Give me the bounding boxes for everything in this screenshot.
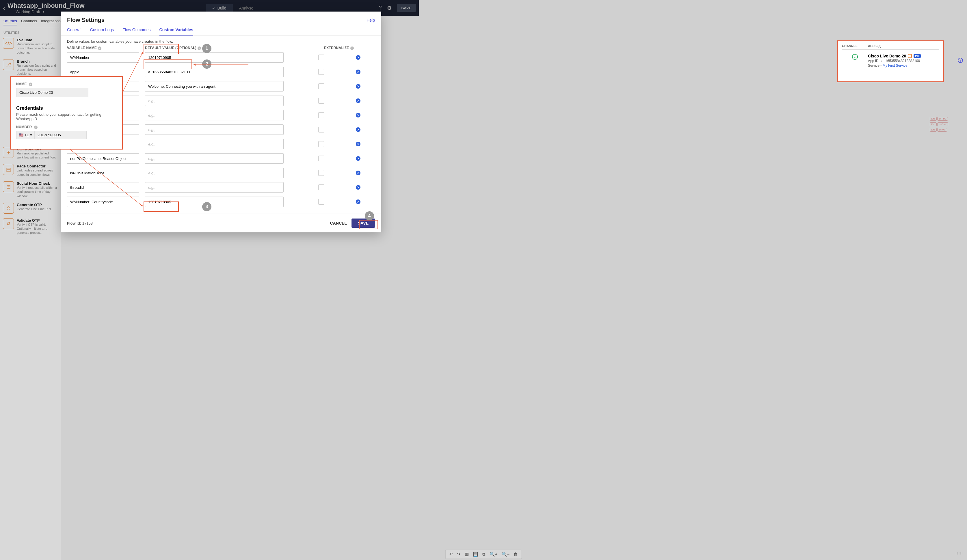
variable-name-input[interactable] <box>67 52 139 63</box>
cisco-icon <box>908 54 912 58</box>
delete-row-icon[interactable]: ✕ <box>356 69 360 74</box>
tab-flow-outcomes[interactable]: Flow Outcomes <box>122 27 150 36</box>
info-icon[interactable]: i <box>198 46 201 50</box>
delete-row-icon[interactable]: ✕ <box>356 199 360 204</box>
delete-row-icon[interactable]: ✕ <box>356 142 360 147</box>
country-code-select[interactable]: 🇺🇸 +1 ▾ <box>16 131 35 139</box>
variable-value-input[interactable] <box>145 197 284 207</box>
delete-row-icon[interactable]: ✕ <box>356 55 360 60</box>
app-name: Cisco Live Demo 20 PCI <box>868 54 921 58</box>
app-id-line: App ID : a_165355848213382100 <box>868 59 921 63</box>
externalize-checkbox[interactable] <box>318 54 324 60</box>
variable-name-input[interactable] <box>67 168 139 178</box>
flow-id: Flow id: 17158 <box>67 221 93 226</box>
externalize-checkbox[interactable] <box>318 69 324 75</box>
col-default-value: DEFAULT VALUE (OPTIONAL)i <box>145 46 284 50</box>
variable-value-input[interactable] <box>145 182 284 193</box>
delete-row-icon[interactable]: ✕ <box>356 156 360 161</box>
variable-name-input[interactable] <box>67 153 139 164</box>
variable-value-input[interactable] <box>145 52 284 63</box>
variable-row: ✕ <box>67 182 375 193</box>
add-button-right[interactable]: + <box>958 58 963 63</box>
externalize-checkbox[interactable] <box>318 83 324 89</box>
variable-row: ✕ <box>67 153 375 164</box>
variable-name-input[interactable] <box>67 67 139 77</box>
pci-badge: PCI <box>914 54 921 58</box>
externalize-checkbox[interactable] <box>318 184 324 190</box>
externalize-checkbox[interactable] <box>318 127 324 132</box>
variable-value-input[interactable] <box>145 168 284 178</box>
externalize-checkbox[interactable] <box>318 199 324 205</box>
variable-row: ✕ <box>67 67 375 77</box>
whatsapp-icon <box>842 54 868 68</box>
variable-value-input[interactable] <box>145 110 284 120</box>
credentials-heading: Credentials <box>16 105 117 111</box>
variable-value-input[interactable] <box>145 153 284 164</box>
variable-row: ✕ <box>67 197 375 207</box>
externalize-checkbox[interactable] <box>318 156 324 161</box>
externalize-checkbox[interactable] <box>318 112 324 118</box>
cancel-button[interactable]: CANCEL <box>325 219 351 228</box>
brand-logo: imi <box>955 550 963 556</box>
tab-custom-variables[interactable]: Custom Variables <box>159 27 193 36</box>
delete-row-icon[interactable]: ✕ <box>356 84 360 89</box>
col-externalize: EXTERNALIZEi <box>324 46 354 50</box>
variable-value-input[interactable] <box>145 81 284 92</box>
save-button[interactable]: SAVE <box>351 219 375 228</box>
name-label: NAME i <box>16 82 117 86</box>
number-label: NUMBER i <box>16 125 117 129</box>
delete-row-icon[interactable]: ✕ <box>356 185 360 189</box>
variable-value-input[interactable] <box>145 67 284 77</box>
svg-point-0 <box>852 54 858 59</box>
variable-row: ✕ <box>67 52 375 63</box>
externalize-checkbox[interactable] <box>318 170 324 176</box>
delete-row-icon[interactable]: ✕ <box>356 113 360 117</box>
delete-row-icon[interactable]: ✕ <box>356 99 360 103</box>
service-link[interactable]: My First Service <box>883 64 908 68</box>
tab-custom-logs[interactable]: Custom Logs <box>90 27 114 36</box>
tab-general[interactable]: General <box>67 27 81 36</box>
col-channel: CHANNEL <box>842 44 868 48</box>
apps-callout: CHANNEL APPS (3) Cisco Live Demo 20 PCI … <box>837 40 944 82</box>
modal-description: Define values for custom variables you h… <box>67 39 375 44</box>
variable-name-input[interactable] <box>67 182 139 193</box>
variable-name-input[interactable] <box>67 197 139 207</box>
delete-row-icon[interactable]: ✕ <box>356 127 360 132</box>
col-variable-name: VARIABLE NAMEi <box>67 46 139 50</box>
col-apps: APPS (3) <box>868 44 881 48</box>
credentials-callout: NAME i Cisco Live Demo 20 Credentials Pl… <box>10 76 123 150</box>
variable-value-input[interactable] <box>145 139 284 149</box>
variable-value-input[interactable] <box>145 124 284 135</box>
name-value: Cisco Live Demo 20 <box>16 88 88 97</box>
info-icon[interactable]: i <box>350 46 354 50</box>
modal-title: Flow Settings <box>67 17 104 23</box>
phone-number-value: 201-971-0905 <box>35 131 87 139</box>
externalize-checkbox[interactable] <box>318 141 324 147</box>
variable-value-input[interactable] <box>145 96 284 106</box>
info-icon[interactable]: i <box>98 46 101 50</box>
variable-row: ✕ <box>67 168 375 178</box>
externalize-checkbox[interactable] <box>318 98 324 104</box>
modal-help-link[interactable]: Help <box>366 18 375 23</box>
credentials-subtext: Please reach out to your support contact… <box>16 112 117 121</box>
service-line: Service - My First Service <box>868 64 921 68</box>
delete-row-icon[interactable]: ✕ <box>356 171 360 175</box>
